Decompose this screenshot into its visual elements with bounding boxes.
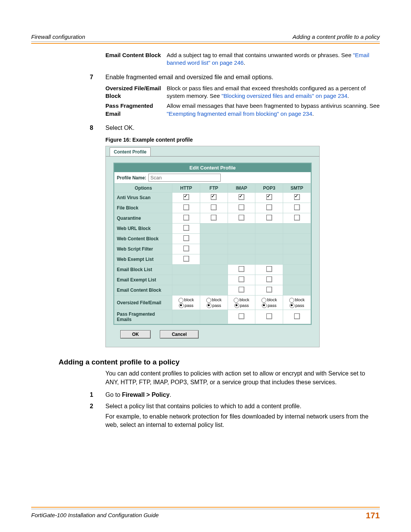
link-oversized[interactable]: "Blocking oversized files and emails" on… bbox=[221, 93, 347, 99]
definition-list-1: Email Content Block Add a subject tag to… bbox=[105, 51, 380, 69]
col-pop3: POP3 bbox=[255, 184, 283, 193]
radio-ofe-pop3[interactable]: blockpass bbox=[255, 296, 283, 310]
checkbox-pfe-pop3[interactable] bbox=[255, 310, 283, 324]
step-number: 8 bbox=[31, 124, 105, 132]
row-email-exempt-list: Email Exempt List bbox=[115, 275, 172, 285]
cancel-button[interactable]: Cancel bbox=[160, 330, 198, 339]
checkbox-fb-smtp[interactable] bbox=[283, 203, 311, 213]
checkbox-avs-ftp[interactable] bbox=[200, 193, 228, 203]
checkbox-avs-pop3[interactable] bbox=[255, 193, 283, 203]
edit-content-profile-box: Edit Content Profile Profile Name: Optio… bbox=[113, 163, 312, 325]
step-1: 1 Go to Firewall > Policy. bbox=[31, 391, 380, 399]
def-desc-pfe: Allow email messages that have been frag… bbox=[167, 102, 380, 120]
profile-panel: Edit Content Profile Profile Name: Optio… bbox=[106, 156, 319, 347]
col-options: Options bbox=[115, 184, 172, 193]
col-ftp: FTP bbox=[200, 184, 228, 193]
rule-orange-top bbox=[31, 43, 380, 44]
checkbox-wel-http[interactable] bbox=[172, 254, 200, 265]
col-http: HTTP bbox=[172, 184, 200, 193]
figure-caption: Figure 16: Example content profile bbox=[105, 137, 380, 143]
checkbox-ebl-imap[interactable] bbox=[228, 265, 255, 275]
edit-panel-title: Edit Content Profile bbox=[114, 163, 311, 172]
step-7: 7 Enable fragmented email and oversized … bbox=[31, 73, 380, 81]
def-desc-ecb: Add a subject tag to email that contains… bbox=[167, 51, 380, 69]
checkbox-fb-http[interactable] bbox=[172, 203, 200, 213]
step-text: Enable fragmented email and oversized fi… bbox=[105, 73, 380, 81]
checkbox-wsf-http[interactable] bbox=[172, 244, 200, 254]
rule-grey-bottom bbox=[31, 509, 380, 509]
checkbox-wcb-http[interactable] bbox=[172, 234, 200, 244]
definition-list-2: Oversized File/Email Block Block or pass… bbox=[105, 85, 380, 120]
header-left: Firewall configuration bbox=[31, 34, 85, 40]
radio-ofe-ftp[interactable]: blockpass bbox=[200, 296, 228, 310]
link-fragmented[interactable]: "Exempting fragmented email from blockin… bbox=[167, 110, 312, 117]
checkbox-ecb-imap[interactable] bbox=[228, 285, 255, 296]
checkbox-pfe-imap[interactable] bbox=[228, 310, 255, 324]
checkbox-avs-imap[interactable] bbox=[228, 193, 255, 203]
row-file-block: File Block bbox=[115, 203, 172, 213]
checkbox-fb-ftp[interactable] bbox=[200, 203, 228, 213]
checkbox-qr-pop3[interactable] bbox=[255, 213, 283, 224]
step-8: 8 Select OK. bbox=[31, 124, 380, 132]
tab-bar: Content Profile bbox=[106, 146, 319, 156]
radio-ofe-imap[interactable]: blockpass bbox=[228, 296, 255, 310]
rule-grey-top bbox=[31, 42, 380, 42]
row-email-content-block: Email Content Block bbox=[115, 285, 172, 296]
def-label-ecb: Email Content Block bbox=[105, 51, 167, 69]
col-smtp: SMTP bbox=[283, 184, 311, 193]
checkbox-qr-smtp[interactable] bbox=[283, 213, 311, 224]
step-number: 2 bbox=[31, 402, 105, 411]
profile-name-row: Profile Name: bbox=[114, 172, 311, 184]
footer-title: FortiGate-100 Installation and Configura… bbox=[31, 512, 159, 518]
step-2: 2 Select a policy list that contains pol… bbox=[31, 402, 380, 411]
header-right: Adding a content profile to a policy bbox=[293, 34, 380, 40]
checkbox-avs-smtp[interactable] bbox=[283, 193, 311, 203]
row-web-url-block: Web URL Block bbox=[115, 224, 172, 234]
step-text: Select OK. bbox=[105, 124, 380, 132]
checkbox-avs-http[interactable] bbox=[172, 193, 200, 203]
profile-options-table: Options HTTP FTP IMAP POP3 SMTP Anti Vir… bbox=[114, 184, 311, 324]
radio-ofe-http[interactable]: blockpass bbox=[172, 296, 200, 310]
row-anti-virus-scan: Anti Virus Scan bbox=[115, 193, 172, 203]
button-bar: OK Cancel bbox=[113, 325, 312, 339]
step-text: Go to Firewall > Policy. bbox=[105, 391, 380, 399]
row-email-block-list: Email Block List bbox=[115, 265, 172, 275]
radio-ofe-smtp[interactable]: blockpass bbox=[283, 296, 311, 310]
row-pass-fragmented-emails: Pass Fragmented Emails bbox=[115, 310, 172, 324]
row-web-script-filter: Web Script Filter bbox=[115, 244, 172, 254]
page-content: Email Content Block Add a subject tag to… bbox=[31, 51, 380, 433]
def-desc-ofe: Block or pass files and email that excee… bbox=[167, 85, 380, 102]
content-profile-screenshot: Content Profile Edit Content Profile Pro… bbox=[105, 146, 320, 347]
step-2-detail: For example, to enable network protectio… bbox=[105, 412, 380, 430]
checkbox-fb-imap[interactable] bbox=[228, 203, 255, 213]
def-label-ofe: Oversized File/Email Block bbox=[105, 85, 167, 102]
section-paragraph: You can add content profiles to policies… bbox=[105, 369, 380, 387]
checkbox-qr-ftp[interactable] bbox=[200, 213, 228, 224]
checkbox-pfe-smtp[interactable] bbox=[283, 310, 311, 324]
checkbox-ebl-pop3[interactable] bbox=[255, 265, 283, 275]
checkbox-eel-imap[interactable] bbox=[228, 275, 255, 285]
checkbox-wub-http[interactable] bbox=[172, 224, 200, 234]
ok-button[interactable]: OK bbox=[120, 330, 151, 339]
nav-path: Firewall > Policy bbox=[122, 391, 170, 398]
step-number: 7 bbox=[31, 73, 105, 81]
profile-name-input[interactable] bbox=[148, 174, 221, 182]
document-page: Firewall configuration Adding a content … bbox=[0, 0, 411, 532]
rule-orange-bottom bbox=[31, 507, 380, 508]
step-text: Select a policy list that contains polic… bbox=[105, 402, 380, 411]
checkbox-qr-imap[interactable] bbox=[228, 213, 255, 224]
row-oversized-file-email: Oversized File/Email bbox=[115, 296, 172, 310]
page-number: 171 bbox=[366, 511, 380, 521]
row-quarantine: Quarantine bbox=[115, 213, 172, 224]
row-web-content-block: Web Content Block bbox=[115, 234, 172, 244]
profile-name-label: Profile Name: bbox=[117, 175, 146, 181]
def-label-pfe: Pass Fragmented Email bbox=[105, 102, 167, 120]
checkbox-eel-pop3[interactable] bbox=[255, 275, 283, 285]
row-web-exempt-list: Web Exempt List bbox=[115, 254, 172, 265]
checkbox-ecb-pop3[interactable] bbox=[255, 285, 283, 296]
checkbox-fb-pop3[interactable] bbox=[255, 203, 283, 213]
col-imap: IMAP bbox=[228, 184, 255, 193]
section-heading: Adding a content profile to a policy bbox=[59, 358, 380, 366]
tab-content-profile[interactable]: Content Profile bbox=[110, 147, 151, 156]
checkbox-qr-http[interactable] bbox=[172, 213, 200, 224]
